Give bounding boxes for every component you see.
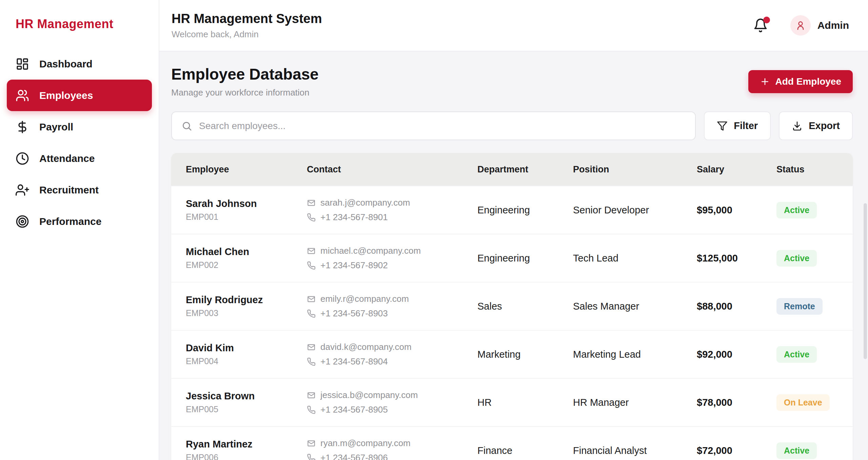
top-header: HR Management System Welcome back, Admin… bbox=[159, 0, 868, 51]
column-header-department: Department bbox=[477, 164, 573, 175]
column-header-employee: Employee bbox=[186, 164, 307, 175]
employee-phone: +1 234-567-8902 bbox=[320, 260, 388, 271]
phone-icon bbox=[307, 405, 316, 414]
employee-email: david.k@company.com bbox=[320, 342, 412, 352]
employee-salary: $88,000 bbox=[697, 301, 776, 312]
sidebar-menu: Dashboard Employees Payroll Attendance R… bbox=[0, 45, 159, 240]
sidebar-item-payroll[interactable]: Payroll bbox=[7, 111, 152, 143]
app-logo: HR Management bbox=[0, 0, 159, 45]
status-badge: Active bbox=[776, 202, 817, 218]
phone-icon bbox=[307, 213, 316, 222]
search-input[interactable] bbox=[199, 121, 686, 131]
employee-email: ryan.m@company.com bbox=[320, 438, 411, 448]
status-cell: Active bbox=[776, 346, 853, 363]
status-badge: On Leave bbox=[776, 394, 830, 411]
status-cell: Active bbox=[776, 202, 853, 218]
welcome-text: Welcome back, Admin bbox=[172, 29, 322, 40]
employee-name: Sarah Johnson bbox=[186, 198, 307, 209]
search-box bbox=[171, 111, 696, 140]
contact-cell: sarah.j@company.com +1 234-567-8901 bbox=[307, 197, 477, 223]
notification-dot bbox=[763, 17, 770, 23]
mail-icon bbox=[307, 247, 316, 255]
target-icon bbox=[16, 215, 29, 228]
contact-cell: jessica.b@company.com +1 234-567-8905 bbox=[307, 390, 477, 415]
filter-icon bbox=[717, 121, 728, 131]
table-row[interactable]: Sarah Johnson EMP001 sarah.j@company.com… bbox=[171, 186, 853, 234]
table-toolbar: Filter Export bbox=[171, 111, 853, 140]
sidebar-item-performance[interactable]: Performance bbox=[7, 206, 152, 237]
employee-salary: $95,000 bbox=[697, 205, 776, 216]
add-employee-button[interactable]: Add Employee bbox=[748, 70, 853, 93]
phone-icon bbox=[307, 309, 316, 318]
main-area: Employee Database Manage your workforce … bbox=[159, 51, 868, 460]
header-titles: HR Management System Welcome back, Admin bbox=[172, 12, 322, 40]
table-header-row: Employee Contact Department Position Sal… bbox=[171, 153, 853, 186]
employee-table: Employee Contact Department Position Sal… bbox=[171, 153, 853, 460]
page-subtitle: Manage your workforce information bbox=[171, 87, 319, 98]
filter-label: Filter bbox=[734, 120, 758, 131]
column-header-salary: Salary bbox=[697, 164, 776, 175]
sidebar-item-label: Attendance bbox=[39, 153, 95, 164]
employee-department: Marketing bbox=[477, 349, 573, 360]
employee-position: Marketing Lead bbox=[573, 349, 697, 360]
employee-position: HR Manager bbox=[573, 397, 697, 408]
column-header-status: Status bbox=[776, 164, 853, 175]
header-actions: Admin bbox=[753, 15, 849, 36]
employee-name: Jessica Brown bbox=[186, 391, 307, 402]
status-cell: Active bbox=[776, 442, 853, 459]
table-row[interactable]: Ryan Martinez EMP006 ryan.m@company.com … bbox=[171, 426, 853, 460]
employee-salary: $125,000 bbox=[697, 253, 776, 264]
vertical-scrollbar-thumb[interactable] bbox=[864, 203, 867, 359]
employee-department: Sales bbox=[477, 301, 573, 312]
status-badge: Active bbox=[776, 250, 817, 267]
employee-id: EMP001 bbox=[186, 212, 307, 222]
phone-icon bbox=[307, 261, 316, 270]
sidebar-item-attendance[interactable]: Attendance bbox=[7, 143, 152, 174]
notifications-button[interactable] bbox=[753, 18, 768, 33]
sidebar-item-label: Dashboard bbox=[39, 58, 93, 70]
employee-cell: Ryan Martinez EMP006 bbox=[186, 439, 307, 460]
sidebar-item-recruitment[interactable]: Recruitment bbox=[7, 174, 152, 206]
sidebar-item-dashboard[interactable]: Dashboard bbox=[7, 48, 152, 80]
contact-cell: david.k@company.com +1 234-567-8904 bbox=[307, 342, 477, 367]
employee-department: HR bbox=[477, 397, 573, 408]
status-cell: On Leave bbox=[776, 394, 853, 411]
table-row[interactable]: Jessica Brown EMP005 jessica.b@company.c… bbox=[171, 378, 853, 426]
employee-name: David Kim bbox=[186, 342, 307, 354]
employee-name: Emily Rodriguez bbox=[186, 294, 307, 306]
table-row[interactable]: David Kim EMP004 david.k@company.com +1 … bbox=[171, 330, 853, 378]
sidebar-item-employees[interactable]: Employees bbox=[7, 80, 152, 111]
status-badge: Remote bbox=[776, 298, 823, 315]
employee-id: EMP002 bbox=[186, 260, 307, 270]
employee-id: EMP005 bbox=[186, 404, 307, 414]
phone-icon bbox=[307, 357, 316, 366]
contact-cell: emily.r@company.com +1 234-567-8903 bbox=[307, 294, 477, 319]
users-icon bbox=[16, 89, 29, 102]
export-button[interactable]: Export bbox=[779, 111, 853, 140]
employee-position: Sales Manager bbox=[573, 301, 697, 312]
employee-email: sarah.j@company.com bbox=[320, 197, 410, 208]
add-employee-label: Add Employee bbox=[775, 76, 841, 87]
mail-icon bbox=[307, 391, 316, 400]
sidebar-item-label: Payroll bbox=[39, 121, 73, 133]
employee-department: Engineering bbox=[477, 253, 573, 264]
avatar bbox=[790, 15, 811, 36]
status-badge: Active bbox=[776, 442, 817, 459]
employee-name: Michael Chen bbox=[186, 246, 307, 257]
search-icon bbox=[181, 121, 192, 131]
table-row[interactable]: Michael Chen EMP002 michael.c@company.co… bbox=[171, 234, 853, 282]
app-title: HR Management System bbox=[172, 12, 322, 26]
employee-cell: Emily Rodriguez EMP003 bbox=[186, 294, 307, 318]
table-row[interactable]: Emily Rodriguez EMP003 emily.r@company.c… bbox=[171, 282, 853, 330]
user-menu[interactable]: Admin bbox=[790, 15, 849, 36]
plus-icon bbox=[760, 77, 770, 87]
table-body: Sarah Johnson EMP001 sarah.j@company.com… bbox=[171, 186, 853, 460]
employee-id: EMP004 bbox=[186, 356, 307, 366]
filter-button[interactable]: Filter bbox=[704, 111, 771, 140]
phone-icon bbox=[307, 454, 316, 460]
download-icon bbox=[792, 121, 803, 131]
employee-cell: Michael Chen EMP002 bbox=[186, 246, 307, 270]
employee-cell: Jessica Brown EMP005 bbox=[186, 391, 307, 414]
employee-phone: +1 234-567-8904 bbox=[320, 356, 388, 367]
export-label: Export bbox=[809, 120, 840, 131]
